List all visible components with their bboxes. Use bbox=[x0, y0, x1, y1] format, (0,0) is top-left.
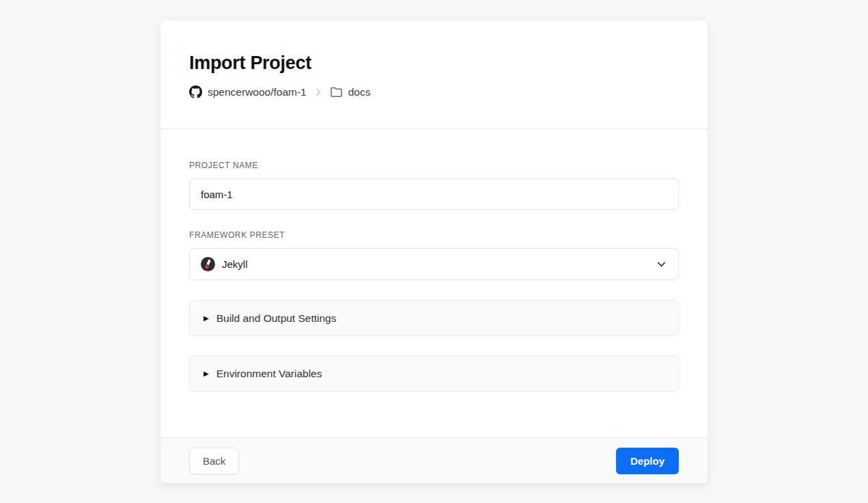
import-project-dialog: Import Project spencerwooo/foam-1 bbox=[160, 21, 708, 483]
deploy-button[interactable]: Deploy bbox=[616, 448, 679, 474]
disclosure-triangle-icon: ▶ bbox=[204, 315, 209, 322]
breadcrumb-folder[interactable]: docs bbox=[330, 85, 371, 98]
folder-icon bbox=[330, 85, 343, 98]
breadcrumb: spencerwooo/foam-1 docs bbox=[189, 85, 679, 98]
framework-preset-select[interactable]: Jekyll bbox=[189, 248, 679, 280]
dialog-footer: Back Deploy bbox=[160, 437, 708, 483]
chevron-right-icon bbox=[313, 87, 324, 98]
framework-preset-field-group: FRAMEWORK PRESET Jekyll bbox=[189, 230, 679, 280]
page-title: Import Project bbox=[189, 53, 679, 74]
chevron-down-icon bbox=[656, 258, 667, 270]
framework-preset-label: FRAMEWORK PRESET bbox=[189, 230, 679, 240]
disclosure-triangle-icon: ▶ bbox=[204, 370, 209, 377]
environment-variables-label: Environment Variables bbox=[216, 368, 322, 380]
jekyll-icon bbox=[201, 257, 215, 271]
github-icon bbox=[189, 85, 202, 98]
build-output-settings-label: Build and Output Settings bbox=[216, 312, 337, 325]
project-name-label: PROJECT NAME bbox=[189, 161, 679, 170]
framework-preset-value: Jekyll bbox=[222, 258, 649, 270]
breadcrumb-folder-label: docs bbox=[348, 86, 371, 98]
project-name-field-group: PROJECT NAME bbox=[189, 161, 679, 210]
back-button[interactable]: Back bbox=[189, 448, 239, 474]
environment-variables-accordion[interactable]: ▶ Environment Variables bbox=[189, 355, 679, 392]
project-name-input[interactable] bbox=[189, 178, 679, 210]
dialog-body: PROJECT NAME FRAMEWORK PRESET Jekyll bbox=[160, 129, 708, 437]
dialog-header: Import Project spencerwooo/foam-1 bbox=[160, 21, 708, 128]
breadcrumb-repo[interactable]: spencerwooo/foam-1 bbox=[189, 85, 307, 98]
build-output-settings-accordion[interactable]: ▶ Build and Output Settings bbox=[189, 300, 679, 336]
breadcrumb-repo-label: spencerwooo/foam-1 bbox=[208, 86, 307, 98]
